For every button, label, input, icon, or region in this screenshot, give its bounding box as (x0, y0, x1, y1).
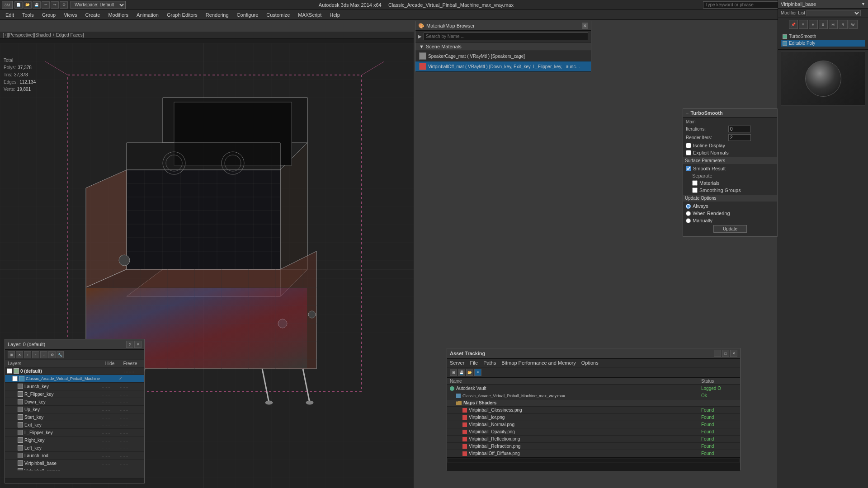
asset-scrollbar-h[interactable] (447, 457, 740, 463)
layers-tb-3[interactable]: + (24, 351, 31, 358)
layer-row-7[interactable]: Exit_key ...... ...... (5, 421, 144, 429)
asset-maximize-btn[interactable]: □ (722, 350, 729, 357)
material-row-1[interactable]: VirtpinballOff_mat ( VRayMtl ) [Down_key… (415, 61, 591, 72)
asset-row-map-3[interactable]: Virtpinball_Opacity.png Found (447, 428, 740, 436)
material-row-0[interactable]: SpeakerCage_mat ( VRayMtl ) [Speakers_ca… (415, 51, 591, 61)
asset-row-map-1[interactable]: Virtpinball_ior.png Found (447, 414, 740, 421)
isoline-checkbox[interactable] (686, 143, 691, 148)
layers-scrollbar[interactable] (5, 479, 144, 483)
material-browser-close[interactable]: ✕ (582, 23, 588, 29)
menu-help[interactable]: Help (326, 11, 344, 19)
layers-tb-6[interactable]: ⚙ (48, 351, 56, 358)
menu-views[interactable]: Views (60, 11, 80, 19)
svg-marker-8 (127, 170, 280, 269)
save-btn[interactable]: 💾 (33, 1, 41, 9)
rp-icon-pin[interactable]: 📌 (789, 20, 798, 29)
material-search-input[interactable] (424, 33, 588, 40)
new-btn[interactable]: 📄 (14, 1, 23, 9)
menu-group[interactable]: Group (38, 11, 60, 19)
rp-icon-w[interactable]: W (849, 20, 858, 29)
smoothing-groups-checkbox[interactable] (692, 188, 698, 193)
redo-btn[interactable]: ↪ (51, 1, 59, 9)
menu-customize[interactable]: Customize (263, 11, 293, 19)
asset-menu-server[interactable]: Server (450, 360, 464, 366)
update-button[interactable]: Update (713, 225, 747, 233)
explicit-normals-checkbox[interactable] (686, 150, 691, 155)
menu-edit[interactable]: Edit (2, 11, 18, 19)
rp-dropdown-arrow[interactable]: ▼ (861, 2, 865, 6)
asset-menu-options[interactable]: Options (581, 360, 599, 366)
layers-tb-7[interactable]: 🔧 (57, 351, 64, 358)
asset-row-map-0[interactable]: Virtpinball_Glossiness.png Found (447, 407, 740, 414)
settings-btn[interactable]: ⚙ (60, 1, 68, 9)
search-input[interactable] (703, 1, 784, 9)
menu-modifiers[interactable]: Modifiers (104, 11, 132, 19)
modifier-list-dropdown[interactable] (807, 10, 861, 16)
menu-configure[interactable]: Configure (233, 11, 262, 19)
layers-close-btn[interactable]: ✕ (134, 341, 142, 348)
layers-tb-2[interactable]: ✕ (16, 351, 23, 358)
materials-checkbox[interactable] (692, 180, 698, 186)
asset-row-vault[interactable]: Autodesk Vault Logged O (447, 385, 740, 392)
layer-row-10[interactable]: Left_key ...... ...... (5, 444, 144, 452)
layer-vis-0[interactable] (7, 368, 12, 374)
asset-menu-file[interactable]: File (470, 360, 478, 366)
menu-animation[interactable]: Animation (133, 11, 162, 19)
svg-point-50 (119, 255, 130, 266)
rp-icon-list[interactable]: ≡ (799, 20, 808, 29)
asset-row-map-5[interactable]: Virtpinball_Refraction.png Found (447, 443, 740, 450)
modifier-item-turbosmooth[interactable]: TurboSmooth (781, 33, 865, 40)
rp-icon-r[interactable]: R (839, 20, 848, 29)
when-rendering-radio[interactable] (686, 211, 691, 216)
layer-row-6[interactable]: Start_key ...... ...... (5, 413, 144, 421)
iterations-input[interactable] (728, 126, 751, 132)
asset-minimize-btn[interactable]: — (714, 350, 721, 357)
layer-row-9[interactable]: Right_key ...... ...... (5, 436, 144, 444)
smooth-result-checkbox[interactable] (686, 166, 691, 171)
menu-graph-editors[interactable]: Graph Editors (163, 11, 201, 19)
always-radio[interactable] (686, 204, 691, 209)
asset-row-map-4[interactable]: Virtpinball_Reflection.png Found (447, 436, 740, 443)
menu-maxscript[interactable]: MAXScript (294, 11, 325, 19)
rp-icon-h[interactable]: H (809, 20, 818, 29)
layer-row-12[interactable]: Virtpinball_base ...... ...... (5, 460, 144, 467)
undo-btn[interactable]: ↩ (42, 1, 50, 9)
asset-tb-3[interactable]: 📂 (466, 369, 473, 376)
layer-row-3[interactable]: R_Flipper_key ...... ...... (5, 390, 144, 398)
rp-icon-m[interactable]: M (829, 20, 838, 29)
layers-tb-5[interactable]: ↓ (40, 351, 47, 358)
workspace-dropdown[interactable]: Workspace: Default (71, 1, 126, 9)
menu-create[interactable]: Create (81, 11, 104, 19)
asset-close-btn[interactable]: ✕ (730, 350, 737, 357)
asset-tb-4[interactable]: ≡ (474, 369, 481, 376)
layer-row-4[interactable]: Down_key ...... ...... (5, 398, 144, 406)
layer-row-13[interactable]: Virtpinball_screen ...... ...... (5, 467, 144, 470)
menu-tools[interactable]: Tools (19, 11, 38, 19)
rp-icon-s[interactable]: S (819, 20, 828, 29)
asset-row-map-6[interactable]: VirtpinballOff_Diffuse.png Found (447, 450, 740, 457)
menu-rendering[interactable]: Rendering (202, 11, 232, 19)
asset-row-map-2[interactable]: Virtpinball_Normal.png Found (447, 421, 740, 428)
material-browser-title: 🎨 Material/Map Browser (418, 23, 475, 29)
layers-tb-4[interactable]: ↑ (32, 351, 39, 358)
layer-row-2[interactable]: Launch_key ...... ...... (5, 383, 144, 390)
layer-row-5[interactable]: Up_key ...... ...... (5, 406, 144, 413)
layers-tb-1[interactable]: ⊞ (8, 351, 15, 358)
layer-row-1[interactable]: Classic_Arcade_Virtual_Pinball_Machine ✓ (5, 375, 144, 383)
layers-help-btn[interactable]: ? (126, 341, 133, 348)
manually-radio[interactable] (686, 218, 691, 223)
layer-row-0[interactable]: 0 (default) ....... (5, 367, 144, 375)
map-icon-2 (462, 422, 467, 427)
layer-vis-1[interactable] (12, 376, 18, 381)
asset-row-max[interactable]: Classic_Arcade_Virtual_Pinball_Machine_m… (447, 392, 740, 399)
asset-menu-bitmap[interactable]: Bitmap Performance and Memory (501, 360, 576, 366)
asset-row-maps-folder[interactable]: Maps / Shaders (447, 399, 740, 407)
layer-row-11[interactable]: Launch_rod ...... ...... (5, 452, 144, 460)
asset-tb-1[interactable]: ⊞ (450, 369, 457, 376)
layer-row-8[interactable]: L_Flipper_key ...... ...... (5, 429, 144, 436)
open-btn[interactable]: 📂 (24, 1, 32, 9)
asset-menu-paths[interactable]: Paths (483, 360, 496, 366)
modifier-item-editable-poly[interactable]: Editable Poly (781, 40, 865, 47)
asset-tb-2[interactable]: 💾 (458, 369, 465, 376)
render-iters-input[interactable] (728, 134, 751, 141)
